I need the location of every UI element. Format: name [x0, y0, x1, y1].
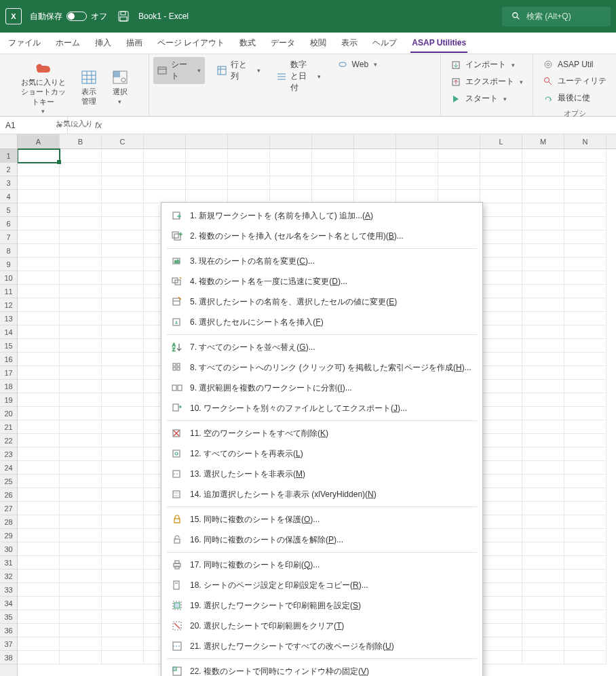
cell[interactable]: [480, 542, 522, 556]
cell[interactable]: [354, 149, 396, 163]
tab-ホーム[interactable]: ホーム: [54, 33, 81, 53]
cell[interactable]: [438, 163, 480, 176]
cell[interactable]: [60, 217, 102, 231]
cell[interactable]: [60, 515, 102, 529]
cell[interactable]: [396, 176, 438, 190]
numbers-dates-menu-button[interactable]: 数字と日付▾: [273, 57, 324, 96]
save-icon[interactable]: [117, 9, 130, 23]
cell[interactable]: [102, 488, 144, 502]
cell[interactable]: [18, 339, 60, 353]
row-header[interactable]: 31: [0, 556, 17, 570]
cell[interactable]: [228, 149, 270, 163]
tab-表示[interactable]: 表示: [340, 33, 359, 53]
select-all-corner[interactable]: [0, 134, 17, 149]
menu-item-17[interactable]: 17. 同時に複数のシートを印刷(Q)...: [161, 555, 482, 575]
cell[interactable]: [480, 231, 522, 244]
cell[interactable]: [18, 529, 60, 542]
column-header[interactable]: [186, 134, 228, 148]
cell[interactable]: [102, 149, 144, 163]
row-header[interactable]: 26: [0, 488, 17, 502]
row-header[interactable]: 9: [0, 258, 17, 271]
cell[interactable]: [60, 434, 102, 448]
cell[interactable]: [18, 325, 60, 339]
cell[interactable]: [102, 285, 144, 298]
cell[interactable]: [60, 312, 102, 325]
cell[interactable]: [312, 176, 354, 190]
cell[interactable]: [102, 448, 144, 461]
row-header[interactable]: 33: [0, 583, 17, 597]
cell[interactable]: [522, 610, 564, 624]
cell[interactable]: [564, 271, 607, 285]
tab-ASAP Utilities[interactable]: ASAP Utilities: [410, 34, 467, 53]
import-button[interactable]: インポート▾: [446, 57, 527, 73]
cell[interactable]: [60, 203, 102, 217]
cell[interactable]: [564, 190, 607, 203]
row-header[interactable]: 4: [0, 190, 17, 203]
cell[interactable]: [312, 190, 354, 203]
cell[interactable]: [60, 529, 102, 542]
cell[interactable]: [102, 339, 144, 353]
cell[interactable]: [18, 407, 60, 420]
cell[interactable]: [522, 325, 564, 339]
cell[interactable]: [186, 190, 228, 203]
asap-util-button[interactable]: ASAP Util: [539, 57, 611, 72]
menu-item-1[interactable]: 1. 新規ワークシートを (名前を挿入して) 追加...(A): [161, 205, 482, 226]
cell[interactable]: [522, 271, 564, 285]
cell[interactable]: [522, 637, 564, 651]
row-header[interactable]: 3: [0, 176, 17, 190]
cell[interactable]: [564, 502, 607, 515]
cell[interactable]: [60, 475, 102, 488]
cell[interactable]: [60, 570, 102, 583]
cell[interactable]: [522, 515, 564, 529]
row-header[interactable]: 10: [0, 271, 17, 285]
cell[interactable]: [102, 529, 144, 542]
cell[interactable]: [102, 461, 144, 475]
row-header[interactable]: 5: [0, 203, 17, 217]
cell[interactable]: [18, 393, 60, 407]
cell[interactable]: [102, 597, 144, 610]
cell[interactable]: [102, 176, 144, 190]
cell[interactable]: [564, 556, 607, 570]
cell[interactable]: [60, 285, 102, 298]
cell[interactable]: [522, 231, 564, 244]
cell[interactable]: [102, 203, 144, 217]
cell[interactable]: [564, 203, 607, 217]
cell[interactable]: [564, 570, 607, 583]
tab-データ[interactable]: データ: [269, 33, 296, 53]
cell[interactable]: [60, 366, 102, 380]
cell[interactable]: [522, 570, 564, 583]
row-header[interactable]: 11: [0, 285, 17, 298]
cell[interactable]: [480, 380, 522, 393]
sheets-menu-button[interactable]: シート▾: [153, 57, 205, 84]
cell[interactable]: [60, 353, 102, 366]
cell[interactable]: [18, 583, 60, 597]
cell[interactable]: [60, 556, 102, 570]
cell[interactable]: [102, 366, 144, 380]
row-header[interactable]: 15: [0, 339, 17, 353]
cell[interactable]: [564, 366, 607, 380]
cell[interactable]: [102, 231, 144, 244]
cell[interactable]: [522, 190, 564, 203]
menu-item-3[interactable]: ab3. 現在のシートの名前を変更(C)...: [161, 251, 482, 271]
row-header[interactable]: 36: [0, 624, 17, 637]
cell[interactable]: [228, 176, 270, 190]
cell[interactable]: [480, 624, 522, 637]
cell[interactable]: [102, 570, 144, 583]
cell[interactable]: [18, 176, 60, 190]
cell[interactable]: [60, 651, 102, 664]
cell[interactable]: [480, 515, 522, 529]
cell[interactable]: [564, 597, 607, 610]
cell[interactable]: [60, 610, 102, 624]
cell[interactable]: [480, 407, 522, 420]
cell[interactable]: [60, 624, 102, 637]
cell[interactable]: [522, 380, 564, 393]
menu-item-5[interactable]: 5. 選択したシートの名前を、選択したセルの値に変更(E): [161, 292, 482, 312]
cell[interactable]: [18, 312, 60, 325]
cell[interactable]: [480, 583, 522, 597]
cell[interactable]: [564, 393, 607, 407]
column-header[interactable]: M: [522, 134, 564, 148]
menu-item-6[interactable]: 6. 選択したセルにシート名を挿入(F): [161, 312, 482, 332]
cell[interactable]: [522, 163, 564, 176]
cell[interactable]: [480, 353, 522, 366]
cell[interactable]: [60, 448, 102, 461]
